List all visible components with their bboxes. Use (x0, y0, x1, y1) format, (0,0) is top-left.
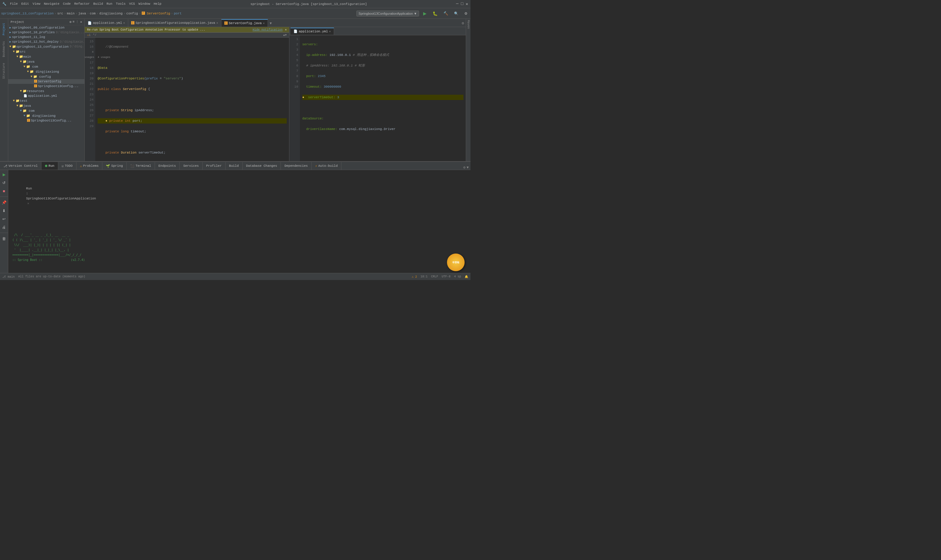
menu-file[interactable]: File (10, 2, 18, 6)
breadcrumb-com[interactable]: com (90, 12, 95, 15)
settings-btn[interactable]: ⚙ (463, 11, 469, 17)
maximize-btn[interactable]: □ (461, 2, 463, 6)
stop-btn[interactable]: ■ (1, 188, 7, 194)
tree-application-yml[interactable]: 📄 application.yml (8, 94, 85, 98)
tree-item-09[interactable]: ▶ springboot_09_configuration (8, 25, 85, 30)
maven-label[interactable]: Maven (467, 20, 470, 29)
tab-close-btn[interactable]: ✕ (217, 21, 218, 25)
tree-java-main[interactable]: ▼ 📁 java (8, 59, 85, 64)
tree-dingjiaxiong-test[interactable]: ▼ 📁 dingjiaxiong (8, 113, 85, 118)
breadcrumb-java[interactable]: java (78, 12, 86, 15)
build-btn[interactable]: 🔨 (442, 10, 450, 17)
tab-serverconfig[interactable]: 🅲 ServerConfig.java ✕ (221, 19, 268, 27)
sidebar-gear-icon[interactable]: ⚙ (69, 20, 71, 24)
notification-action[interactable]: Hide notification (252, 28, 283, 31)
rerun-btn[interactable]: ↺ (1, 179, 7, 186)
tree-item-12[interactable]: ▶ springboot_12_hot_deploy D:\DingJiaxio… (8, 39, 85, 44)
tree-springboot13config[interactable]: 🅲 Springboot13Config... (8, 84, 85, 89)
menu-build[interactable]: Build (93, 2, 103, 6)
menu-vcs[interactable]: VCS (129, 2, 135, 6)
run-btn[interactable]: ▶ (421, 10, 429, 17)
tab-spring[interactable]: 🌱 Spring (102, 162, 127, 170)
tree-test[interactable]: ▼ 📁 test (8, 98, 85, 103)
tree-serverconfig[interactable]: 🅲 ServerConfig (8, 79, 85, 84)
notifications-icon[interactable]: 🔔 (464, 275, 468, 278)
tab-services[interactable]: Services (180, 162, 203, 170)
tree-dingjiaxiong[interactable]: ▼ 📁 dingjiaxiong (8, 69, 85, 74)
menu-navigate[interactable]: Navigate (44, 2, 59, 6)
tab-build[interactable]: Build (226, 162, 243, 170)
tree-src[interactable]: ▼ 📁 src (8, 49, 85, 54)
panel-minimize-icon[interactable]: ▼ (467, 166, 469, 170)
encoding-status[interactable]: UTF-8 (442, 275, 451, 278)
tab-application-yml[interactable]: 📄 application.yml ✕ (85, 19, 128, 27)
tab-terminal[interactable]: ⬛ Terminal (127, 162, 155, 170)
minimize-btn[interactable]: ─ (456, 2, 458, 6)
run-config-selector[interactable]: Springboot13ConfigurationApplication ▼ (357, 11, 419, 17)
breadcrumb-serverconfig[interactable]: 🅵 ServerConfig (142, 11, 170, 15)
tab-close-btn[interactable]: ✕ (123, 21, 125, 25)
sidebar-tools[interactable]: ⚙ ≡ ⋮ ✕ (69, 20, 82, 24)
tab-version-control[interactable]: ⎇ Version Control (0, 162, 42, 170)
tab-todo[interactable]: ☑ TODO (58, 162, 77, 170)
menu-tools[interactable]: Tools (116, 2, 126, 6)
tree-item-11[interactable]: ▶ springboot_11_log (8, 35, 85, 39)
tree-item-10[interactable]: ▶ springboot_10_profiles D:\DingJiaxio..… (8, 30, 85, 35)
notification-close-icon[interactable]: ✕ (285, 28, 287, 31)
tab-close-btn[interactable]: ✕ (329, 30, 331, 33)
breadcrumb-port[interactable]: port (174, 12, 181, 15)
sidebar-close-icon[interactable]: ✕ (80, 20, 82, 24)
sidebar-settings-icon[interactable]: ⋮ (75, 20, 79, 24)
tab-endpoints[interactable]: Endpoints (155, 162, 180, 170)
tab-springboot13config[interactable]: 🅲 Springboot13ConfigurationApplication.j… (128, 19, 221, 27)
run-app-btn[interactable]: ▶ (1, 171, 7, 178)
vtab-project[interactable]: Project (2, 21, 6, 37)
tab-close-btn[interactable]: ✕ (263, 22, 264, 25)
vtab-bookmarks[interactable]: Bookmarks (2, 39, 6, 59)
window-controls[interactable]: ─ □ ✕ (456, 2, 468, 6)
menu-run[interactable]: Run (106, 2, 112, 6)
use-soft-wrap-btn[interactable]: ↩ (1, 215, 7, 222)
tab-run[interactable]: Run (42, 162, 58, 170)
crlf-status[interactable]: CRLF (431, 275, 438, 278)
menu-refactor[interactable]: Refactor (74, 2, 90, 6)
tab-dependencies[interactable]: Dependencies (281, 162, 311, 170)
tree-main[interactable]: ▼ 📁 main (8, 54, 85, 59)
breadcrumb-dingjiaxiong[interactable]: dingjiaxiong (99, 12, 123, 15)
tab-auto-build[interactable]: ⚡ Auto-build (312, 162, 342, 170)
tab-app-yml[interactable]: 📄 application.yml ✕ (291, 28, 334, 35)
menu-code[interactable]: Code (63, 2, 71, 6)
tree-springboot13config-test[interactable]: 🅲 Springboot13Config... (8, 118, 85, 123)
breadcrumb-config[interactable]: config (126, 12, 138, 15)
git-status[interactable]: ⎇ main (2, 275, 15, 278)
indent-status[interactable]: 4 sp (454, 275, 461, 278)
breadcrumb-main[interactable]: main (67, 12, 74, 15)
warnings-count[interactable]: ⚠ 2 (412, 275, 417, 278)
vtab-structure[interactable]: Structure (2, 61, 6, 81)
menu-view[interactable]: View (33, 2, 40, 6)
line-col[interactable]: 18:1 (421, 275, 427, 278)
scroll-end-btn[interactable]: ⬇ (1, 207, 7, 214)
tabs-more-btn[interactable]: ▼ (268, 20, 274, 27)
tab-profiler[interactable]: Profiler (203, 162, 226, 170)
tree-com[interactable]: ▼ 📁 com (8, 64, 85, 69)
close-btn[interactable]: ✕ (466, 2, 468, 6)
tree-com-test[interactable]: ▼ 📁 com (8, 108, 85, 113)
breadcrumb-project[interactable]: springboot_13_configuration (1, 12, 54, 15)
sidebar-collapse-icon[interactable]: ≡ (73, 20, 75, 24)
editor-settings-btn[interactable]: ⚙ (460, 20, 466, 27)
tree-item-13[interactable]: ▼ 📁 springboot_13_configuration D:\Ding.… (8, 44, 85, 49)
tree-java-test[interactable]: ▼ 📁 java (8, 103, 85, 108)
debug-btn[interactable]: 🐛 (431, 10, 439, 17)
tree-resources[interactable]: ▼ 📁 resources (8, 89, 85, 94)
clear-btn[interactable]: 🗑 (1, 235, 7, 242)
menu-help[interactable]: Help (154, 2, 161, 6)
menu-bar[interactable]: 🔧 File Edit View Navigate Code Refactor … (2, 2, 161, 6)
pin-tab-btn[interactable]: 📌 (1, 199, 7, 206)
tab-db-changes[interactable]: Database Changes (243, 162, 281, 170)
tree-config[interactable]: ▼ 📁 config (8, 74, 85, 79)
print-btn[interactable]: 🖨 (1, 224, 7, 230)
search-everywhere-btn[interactable]: 🔍 (452, 11, 460, 17)
menu-edit[interactable]: Edit (21, 2, 29, 6)
tab-problems[interactable]: ⚠ Problems (77, 162, 102, 170)
